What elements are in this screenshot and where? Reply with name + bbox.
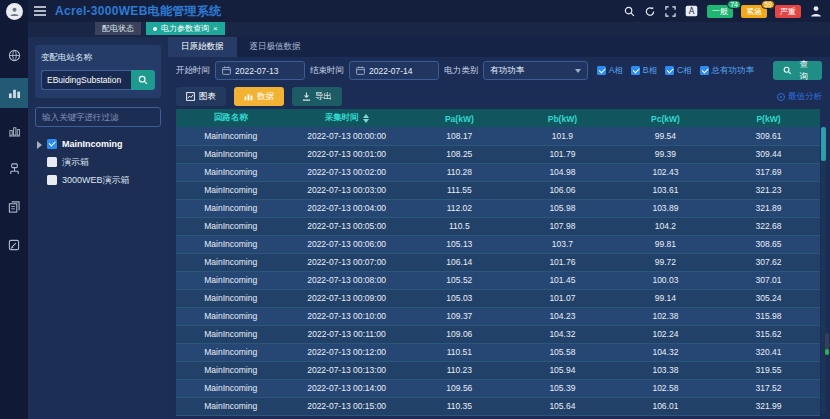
- cell-pc: 104.32: [614, 343, 717, 361]
- column-header[interactable]: Pb(kW): [511, 109, 614, 127]
- phase-checkbox[interactable]: C相: [665, 65, 692, 77]
- start-date-input[interactable]: 2022-07-13: [215, 61, 305, 80]
- cell-pb: 105.58: [511, 343, 614, 361]
- checkbox[interactable]: [47, 157, 57, 167]
- tree-item[interactable]: 3000WEB演示箱: [35, 171, 161, 189]
- close-icon[interactable]: [213, 25, 218, 33]
- table-scrollbar-thumb[interactable]: [821, 127, 826, 161]
- cell-pa: 110.28: [408, 163, 511, 181]
- data-tab[interactable]: 逐日极值数据: [237, 37, 314, 57]
- cell-pc: 102.38: [614, 307, 717, 325]
- table-scrollbar[interactable]: [821, 127, 826, 414]
- station-input[interactable]: [41, 70, 131, 90]
- tree-item[interactable]: 演示箱: [35, 153, 161, 171]
- cell-pb: 101.07: [511, 289, 614, 307]
- cell-p: 309.61: [717, 127, 820, 145]
- cell-circuit-name: MainIncoming: [176, 199, 285, 217]
- chart-icon: [186, 92, 195, 101]
- cell-p: 322.68: [717, 217, 820, 235]
- station-search-button[interactable]: [131, 70, 155, 90]
- end-date-input[interactable]: 2022-07-14: [349, 61, 439, 80]
- table-row[interactable]: MainIncoming 2022-07-13 00:00:00 108.17 …: [176, 127, 820, 145]
- cell-p: 305.24: [717, 289, 820, 307]
- edit-icon: [8, 239, 20, 251]
- alarm-chip[interactable]: 严重: [775, 5, 801, 18]
- phase-checkbox[interactable]: A相: [597, 65, 623, 77]
- alarm-chip-label: 严重: [780, 6, 796, 17]
- data-view-button[interactable]: 数据: [234, 87, 284, 106]
- phase-checkbox[interactable]: B相: [631, 65, 657, 77]
- data-table: 回路名称采集时间Pa(kW)Pb(kW)Pc(kW)P(kW) MainInco…: [176, 109, 820, 416]
- alarm-chip[interactable]: 一般 74: [707, 5, 733, 18]
- cell-p: 321.99: [717, 397, 820, 415]
- cell-circuit-name: MainIncoming: [176, 271, 285, 289]
- chart-view-button[interactable]: 图表: [176, 87, 226, 106]
- table-row[interactable]: MainIncoming 2022-07-13 00:06:00 105.13 …: [176, 235, 820, 253]
- query-button[interactable]: 查询: [773, 61, 822, 80]
- table-row[interactable]: MainIncoming 2022-07-13 00:08:00 105.52 …: [176, 271, 820, 289]
- bar-chart-icon: [244, 92, 253, 101]
- checkbox[interactable]: [47, 139, 57, 149]
- checkbox[interactable]: [47, 175, 57, 185]
- table-row[interactable]: MainIncoming 2022-07-13 00:05:00 110.5 1…: [176, 217, 820, 235]
- phase-checkbox-label: 总有功功率: [712, 65, 755, 77]
- nav-tab[interactable]: 配电状态: [95, 22, 141, 35]
- refresh-icon[interactable]: [644, 6, 656, 17]
- translate-icon[interactable]: A: [685, 5, 698, 17]
- cell-pb: 101.79: [511, 145, 614, 163]
- data-tab-label: 日原始数据: [181, 41, 224, 53]
- category-select[interactable]: 有功功率: [483, 61, 588, 80]
- end-date-value: 2022-07-14: [369, 66, 412, 76]
- fullscreen-icon[interactable]: [665, 6, 676, 17]
- cell-circuit-name: MainIncoming: [176, 361, 285, 379]
- table-row[interactable]: MainIncoming 2022-07-13 00:04:00 112.02 …: [176, 199, 820, 217]
- cell-circuit-name: MainIncoming: [176, 181, 285, 199]
- data-tab[interactable]: 日原始数据: [168, 37, 237, 57]
- query-button-label: 查询: [796, 59, 812, 83]
- column-header[interactable]: Pc(kW): [614, 109, 717, 127]
- table-row[interactable]: MainIncoming 2022-07-13 00:15:00 110.35 …: [176, 397, 820, 415]
- column-header[interactable]: P(kW): [717, 109, 820, 127]
- data-tab-label: 逐日极值数据: [250, 41, 301, 53]
- table-row[interactable]: MainIncoming 2022-07-13 00:02:00 110.28 …: [176, 163, 820, 181]
- column-header[interactable]: 回路名称: [176, 109, 285, 127]
- table-row[interactable]: MainIncoming 2022-07-13 00:07:00 106.14 …: [176, 253, 820, 271]
- table-row[interactable]: MainIncoming 2022-07-13 00:14:00 109.56 …: [176, 379, 820, 397]
- extreme-analysis-link[interactable]: 最值分析: [777, 91, 822, 103]
- sort-icon[interactable]: [363, 113, 369, 124]
- svg-text:A: A: [689, 6, 695, 16]
- rail-item-energy-report[interactable]: [0, 116, 28, 146]
- cell-p: 315.98: [717, 307, 820, 325]
- table-row[interactable]: MainIncoming 2022-07-13 00:03:00 111.55 …: [176, 181, 820, 199]
- page-scrollbar-thumb[interactable]: [825, 333, 829, 355]
- rail-item-overview[interactable]: [0, 40, 28, 70]
- search-icon[interactable]: [624, 6, 635, 17]
- cell-pa: 106.14: [408, 253, 511, 271]
- tree-filter-input[interactable]: [35, 107, 161, 127]
- export-button[interactable]: 导出: [292, 87, 342, 106]
- cell-pa: 110.51: [408, 343, 511, 361]
- rail-item-documents[interactable]: [0, 192, 28, 222]
- phase-checkbox[interactable]: 总有功功率: [700, 65, 755, 77]
- table-row[interactable]: MainIncoming 2022-07-13 00:01:00 108.25 …: [176, 145, 820, 163]
- alarm-chip[interactable]: 紧急 59: [741, 5, 767, 18]
- cell-pc: 99.14: [614, 289, 717, 307]
- rail-item-edit[interactable]: [0, 230, 28, 260]
- rail-item-power-parameters[interactable]: [0, 78, 28, 108]
- table-row[interactable]: MainIncoming 2022-07-13 00:09:00 105.03 …: [176, 289, 820, 307]
- rail-item-devices[interactable]: [0, 154, 28, 184]
- table-row[interactable]: MainIncoming 2022-07-13 00:10:00 109.37 …: [176, 307, 820, 325]
- table-row[interactable]: MainIncoming 2022-07-13 00:11:00 109.06 …: [176, 325, 820, 343]
- tree-item[interactable]: MainIncoming: [35, 135, 161, 153]
- menu-toggle-icon[interactable]: [34, 6, 46, 16]
- table-row[interactable]: MainIncoming 2022-07-13 00:12:00 110.51 …: [176, 343, 820, 361]
- cell-pc: 99.81: [614, 235, 717, 253]
- cell-collect-time: 2022-07-13 00:14:00: [285, 379, 407, 397]
- column-header[interactable]: Pa(kW): [408, 109, 511, 127]
- column-header[interactable]: 采集时间: [285, 109, 407, 127]
- nav-tab[interactable]: 电力参数查询: [146, 22, 225, 35]
- avatar[interactable]: [6, 3, 23, 20]
- user-icon[interactable]: [810, 5, 822, 17]
- caret-icon[interactable]: [36, 140, 42, 148]
- table-row[interactable]: MainIncoming 2022-07-13 00:13:00 110.23 …: [176, 361, 820, 379]
